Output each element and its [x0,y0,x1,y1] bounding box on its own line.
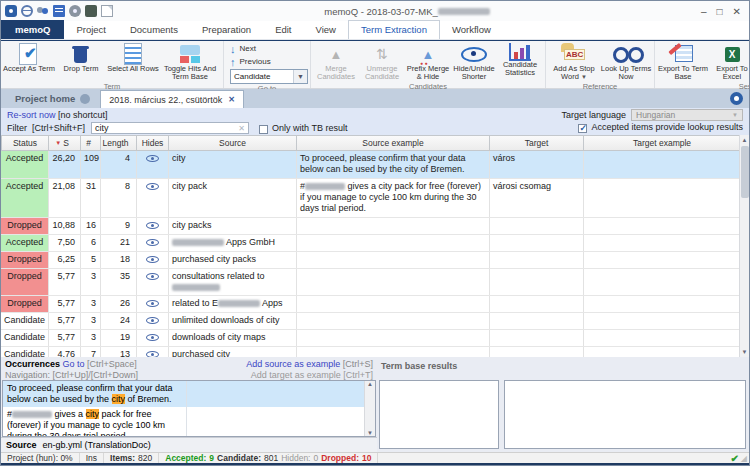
table-row[interactable]: Dropped 5,77 3 35 consultations related … [1,269,749,296]
header-target[interactable]: Target [490,135,584,151]
source-example-cell: To proceed, please confirm that your dat… [297,151,490,178]
goto-previous-button[interactable]: ↑ Previous [226,55,308,68]
tab-edit[interactable]: Edit [263,20,303,39]
hides-eye-icon[interactable] [146,155,159,162]
scrollbar-thumb[interactable] [741,146,749,198]
candidate-statistics-button[interactable]: Candidate Statistics [497,42,543,78]
toggle-hits-button[interactable]: Toggle Hits And Term Base [159,42,221,82]
score-cell: 21,08 [49,179,81,217]
hides-eye-icon[interactable] [146,317,159,324]
table-row[interactable]: Accepted 7,50 6 21 Apps GmbH [1,235,749,252]
header-count[interactable]: # [81,135,101,151]
hides-eye-icon[interactable] [146,273,159,280]
table-row[interactable]: Accepted 21,08 31 8 city pack # gives a … [1,179,749,218]
gear-icon[interactable] [69,5,81,17]
add-source-example-link[interactable]: Add source as example [246,359,340,369]
add-as-stop-word-button[interactable]: Add As Stop Word ▼ [548,42,600,82]
occurrences-list[interactable]: To proceed, please confirm that your dat… [2,380,376,437]
header-source[interactable]: Source [169,135,297,151]
export-to-term-base-button[interactable]: Export To Term Base [657,42,709,82]
close-button[interactable]: ✕ [733,6,741,17]
header-score[interactable]: ▼S [49,135,81,151]
tab-view[interactable]: View [304,20,348,39]
accept-as-term-button[interactable]: Accept As Term [3,42,55,73]
occurrences-scrollbar[interactable]: ▲▼ [364,381,375,436]
tab-documents[interactable]: Documents [118,20,190,39]
tab-preparation[interactable]: Preparation [190,20,263,39]
term-base-source-list[interactable] [379,380,499,449]
session-toolbar: Re-sort now [no shortcut] Target languag… [1,108,749,135]
resize-grip[interactable]: ◢ [741,454,747,463]
tab-workflow[interactable]: Workflow [440,20,503,39]
resources-icon[interactable] [53,5,65,17]
scroll-up-icon[interactable]: ▲ [740,135,749,145]
header-target-example[interactable]: Target example [584,135,741,151]
scroll-up-icon[interactable]: ▲ [365,381,375,387]
header-source-example[interactable]: Source example [297,135,490,151]
maximize-button[interactable]: □ [717,6,723,17]
hide-unhide-shorter-button[interactable]: Hide/Unhide Shorter [451,42,497,82]
select-all-rows-button[interactable]: Select All Rows [107,42,159,73]
document-icon[interactable] [101,5,113,17]
close-tab-icon[interactable]: ✕ [228,95,235,104]
score-cell: 5,77 [49,269,81,295]
header-status[interactable]: Status [1,135,49,151]
hides-eye-icon[interactable] [146,222,159,229]
tab-project-home[interactable]: Project home [1,89,100,108]
users-icon[interactable] [37,5,49,17]
tab-memoq[interactable]: memoQ [1,20,64,39]
term-base-detail-box[interactable] [504,380,746,449]
scroll-down-icon[interactable]: ▼ [365,430,375,436]
table-row[interactable]: Dropped 10,88 16 9 city packs [1,218,749,235]
table-row[interactable]: Accepted 26,20 109 4 city To proceed, pl… [1,151,749,179]
hides-eye-icon[interactable] [146,183,159,190]
occurrence-item[interactable]: To proceed, please confirm that your dat… [3,381,375,407]
accepted-lookup-checkbox[interactable] [578,124,587,133]
header-length[interactable]: Length [101,135,137,151]
goto-filter-dropdown[interactable]: Candidate ▼ [230,69,308,84]
title-bar: memoQ - 2018-03-07-MK_ – □ ✕ [1,1,749,21]
status-cell: Dropped [1,269,49,295]
status-candidate-value: 801 [264,453,278,463]
table-row[interactable]: Candidate 5,77 3 19 downloads of city ma… [1,330,749,347]
length-cell: 18 [101,252,137,268]
tab-term-extraction[interactable]: Term Extraction [348,20,440,39]
memoq-logo-icon[interactable] [5,5,17,17]
occurrence-item[interactable]: # gives a city pack for free (forever) i… [3,407,375,437]
table-row[interactable]: Dropped 5,77 3 26 related to E Apps [1,296,749,313]
look-up-terms-button[interactable]: Look Up Terms Now [600,42,652,82]
only-tb-result-checkbox[interactable] [259,125,268,134]
hides-eye-icon[interactable] [146,300,159,307]
info-icon[interactable] [730,92,743,105]
minimize-button[interactable]: – [701,6,707,17]
goto-next-button[interactable]: ↓ Next [226,42,308,55]
status-bar: Project (hun): 0% Ins Items: 820 Accepte… [1,452,749,463]
prefix-merge-hide-button[interactable]: Prefix Merge & Hide [405,42,451,82]
tools-icon[interactable] [85,5,97,17]
hides-cell [137,218,169,234]
hides-eye-icon[interactable] [146,256,159,263]
hides-eye-icon[interactable] [146,351,159,357]
occurrence-target-text [187,407,375,437]
source-cell: downloads of city maps [169,330,297,346]
hides-cell [137,347,169,357]
tab-term-extraction-session[interactable]: 2018. március 22., csütörtök ✕ [100,90,244,108]
table-row[interactable]: Candidate 4,76 7 13 purchased city [1,347,749,357]
scroll-down-icon[interactable]: ▼ [740,347,749,357]
drop-term-button[interactable]: Drop Term [55,42,107,73]
clear-filter-icon[interactable]: ✕ [238,124,248,133]
globe-icon[interactable] [21,5,33,17]
hides-eye-icon[interactable] [146,334,159,341]
filter-input[interactable]: city ✕ [91,122,249,134]
header-hides[interactable]: Hides [137,135,169,151]
export-to-excel-button[interactable]: Export To Excel [709,42,750,82]
table-row[interactable]: Dropped 6,25 5 18 purchased city packs [1,252,749,269]
table-row[interactable]: Candidate 5,77 3 24 unlimited downloads … [1,313,749,330]
status-cell: Dropped [1,296,49,312]
hides-eye-icon[interactable] [146,239,159,246]
chevron-down-icon: ▼ [732,112,738,118]
tab-project[interactable]: Project [64,20,118,39]
grid-vertical-scrollbar[interactable]: ▲ ▼ [739,135,749,357]
resort-link[interactable]: Re-sort now [7,110,56,120]
occurrences-goto-link[interactable]: Go to [63,359,85,369]
